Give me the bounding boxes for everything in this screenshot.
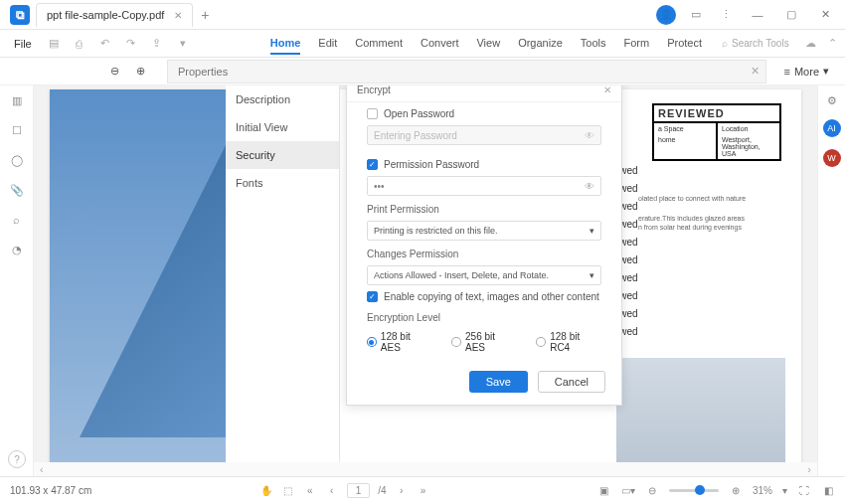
last-page-icon[interactable]: » <box>417 484 430 498</box>
help-icon[interactable]: ? <box>8 450 26 468</box>
menubar: File ▤ ⎙ ↶ ↷ ⇪ ▾ Home Edit Comment Conve… <box>0 30 845 58</box>
properties-title: Properties <box>178 66 228 78</box>
tab-convert[interactable]: Convert <box>421 33 459 55</box>
eye-icon[interactable]: 👁 <box>585 181 594 192</box>
fit-screen-icon[interactable]: ▣ <box>597 484 611 498</box>
bookmarks-icon[interactable]: ☐ <box>10 123 24 137</box>
tab-organize[interactable]: Organize <box>518 33 563 55</box>
thumbnails-icon[interactable]: ▥ <box>10 93 24 107</box>
chevron-down-icon: ▾ <box>823 65 829 78</box>
encrypt-close-icon[interactable]: ✕ <box>603 85 611 95</box>
props-tab-fonts[interactable]: Fonts <box>226 169 339 197</box>
radio-off-icon <box>451 337 461 347</box>
zoom-slider[interactable] <box>669 489 719 492</box>
open-icon[interactable]: ▤ <box>46 36 62 52</box>
print-icon[interactable]: ⎙ <box>72 36 87 52</box>
scroll-left-icon[interactable]: ‹ <box>40 463 44 475</box>
encrypt-cancel-button[interactable]: Cancel <box>538 371 605 393</box>
tab-edit[interactable]: Edit <box>318 33 337 55</box>
properties-panel: Description Initial View Security Fonts <box>226 85 340 463</box>
eye-icon: 👁 <box>585 130 594 141</box>
document-viewport[interactable]: REVIEWED a Space Location home Westport,… <box>34 85 817 476</box>
next-page-icon[interactable]: › <box>395 484 409 498</box>
reading-mode-icon[interactable]: ◧ <box>821 484 835 498</box>
encryption-level-group: 128 bit AES 256 bit AES 128 bit RC4 <box>367 331 601 353</box>
page-line-3: n from solar heat during evenings <box>638 223 787 233</box>
window-maximize-icon[interactable]: ▢ <box>779 5 803 25</box>
attachments-icon[interactable]: 📎 <box>10 183 24 197</box>
user-avatar-icon[interactable]: 👤 <box>656 5 676 25</box>
open-password-label: Open Password <box>384 108 454 119</box>
tab-form[interactable]: Form <box>623 33 649 55</box>
statusbar: 101.93 x 47.87 cm ✋ ⬚ « ‹ 1 /4 › » ▣ ▭▾ … <box>0 476 845 504</box>
search-tools[interactable]: ⌕ Search Tools <box>722 38 789 49</box>
tab-view[interactable]: View <box>476 33 500 55</box>
zoom-out-btn-icon[interactable]: ⊖ <box>645 484 659 498</box>
kebab-menu-icon[interactable]: ⋮ <box>716 5 736 25</box>
enc-radio-128rc4[interactable]: 128 bit RC4 <box>536 331 601 353</box>
print-permission-label: Print Permission <box>367 204 601 215</box>
zoom-out-icon[interactable]: ⊖ <box>107 65 121 79</box>
radio-on-icon <box>367 337 377 347</box>
enc-radio-256aes[interactable]: 256 bit AES <box>451 331 516 353</box>
checkbox-icon <box>367 108 378 119</box>
select-tool-icon[interactable]: ⬚ <box>281 484 295 498</box>
changes-permission-select[interactable]: Actions Allowed - Insert, Delete, and Ro… <box>367 265 601 285</box>
print-permission-select[interactable]: Printing is restricted on this file. ▾ <box>367 221 601 241</box>
tab-tools[interactable]: Tools <box>581 33 606 55</box>
search-placeholder: Search Tools <box>732 38 789 49</box>
checkbox-checked-icon: ✓ <box>367 159 378 170</box>
zoom-in-icon[interactable]: ⊕ <box>133 65 147 79</box>
tab-protect[interactable]: Protect <box>667 33 702 55</box>
print-permission-value: Printing is restricted on this file. <box>374 226 498 236</box>
properties-header: Properties ✕ <box>167 60 766 84</box>
props-tab-initial-view[interactable]: Initial View <box>226 113 339 141</box>
encryption-level-label: Encryption Level <box>367 312 601 323</box>
enable-copying-checkbox[interactable]: ✓ Enable copying of text, images and oth… <box>367 291 601 302</box>
fullscreen-icon[interactable]: ⛶ <box>797 484 811 498</box>
stamp-col2-val: Westport, Washington, USA <box>718 134 779 159</box>
open-password-checkbox[interactable]: Open Password <box>367 108 601 119</box>
enc-radio-label: 128 bit RC4 <box>550 331 601 353</box>
tab-home[interactable]: Home <box>270 33 301 55</box>
document-tab[interactable]: ppt file-sample-Copy.pdf ✕ <box>36 3 193 27</box>
encrypt-save-button[interactable]: Save <box>469 371 528 393</box>
more-dropdown[interactable]: ≡ More ▾ <box>776 65 837 78</box>
file-menu[interactable]: File <box>6 38 40 50</box>
layers-icon[interactable]: ◔ <box>10 243 24 256</box>
props-tab-security[interactable]: Security <box>226 141 339 169</box>
horizontal-scrollbar[interactable]: ‹ › <box>34 462 817 476</box>
redo-icon[interactable]: ↷ <box>123 36 139 52</box>
scroll-right-icon[interactable]: › <box>807 463 811 475</box>
open-password-input: Entering Password 👁 <box>367 125 601 145</box>
props-tab-description[interactable]: Description <box>226 85 339 113</box>
tab-comment[interactable]: Comment <box>355 33 403 55</box>
page-number-input[interactable]: 1 <box>347 483 371 498</box>
close-tab-icon[interactable]: ✕ <box>174 10 182 21</box>
collapse-ribbon-icon[interactable]: ⌃ <box>825 37 839 51</box>
window-close-icon[interactable]: ✕ <box>813 5 837 25</box>
first-page-icon[interactable]: « <box>303 484 317 498</box>
window-minimize-icon[interactable]: — <box>746 5 769 25</box>
undo-icon[interactable]: ↶ <box>97 36 113 52</box>
qa-more-icon[interactable]: ▾ <box>175 36 191 52</box>
settings-sliders-icon[interactable]: ⚙ <box>825 93 839 107</box>
zoom-chevron-icon[interactable]: ▾ <box>782 485 787 496</box>
cloud-icon[interactable]: ☁ <box>803 37 817 51</box>
new-tab-button[interactable]: + <box>193 3 217 27</box>
zoom-value: 31% <box>753 485 772 496</box>
permission-password-input[interactable]: ••• 👁 <box>367 176 601 196</box>
prev-page-icon[interactable]: ‹ <box>325 484 339 498</box>
enc-radio-128aes[interactable]: 128 bit AES <box>367 331 431 353</box>
view-mode-icon[interactable]: ▭▾ <box>621 484 635 498</box>
zoom-in-btn-icon[interactable]: ⊕ <box>729 484 743 498</box>
app-panel-icon[interactable]: ▭ <box>686 5 706 25</box>
search-panel-icon[interactable]: ⌕ <box>10 213 24 227</box>
office-addon-icon[interactable]: W <box>823 149 841 167</box>
hand-tool-icon[interactable]: ✋ <box>259 484 273 498</box>
ai-assistant-icon[interactable]: AI <box>823 119 841 137</box>
share-icon[interactable]: ⇪ <box>149 36 165 52</box>
properties-close-icon[interactable]: ✕ <box>751 65 760 78</box>
permission-password-checkbox[interactable]: ✓ Permission Password <box>367 159 601 170</box>
outline-icon[interactable]: ◯ <box>10 153 24 167</box>
